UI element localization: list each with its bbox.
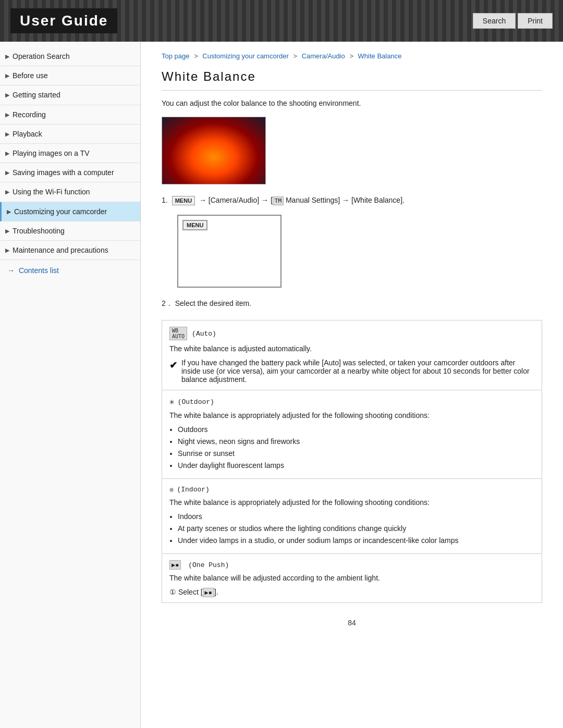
- sidebar-item-getting-started[interactable]: ▶ Getting started: [0, 85, 140, 105]
- arrow-icon: ▶: [5, 246, 9, 254]
- breadcrumb-top[interactable]: Top page: [162, 52, 190, 60]
- sidebar-item-saving-images[interactable]: ▶ Saving images with a computer: [0, 163, 140, 182]
- content-area: Top page > Customizing your camcorder > …: [141, 42, 563, 728]
- step-1-number: 1.: [162, 196, 168, 204]
- indoor-icon: ❊: [169, 485, 174, 494]
- arrow-icon: ▶: [7, 208, 11, 215]
- arrow-icon: ▶: [5, 188, 9, 195]
- option-indoor-text: The white balance is appropriately adjus…: [169, 498, 430, 507]
- sidebar-item-customizing[interactable]: ▶ Customizing your camcorder: [0, 202, 140, 221]
- option-outdoor-title: ✳ (Outdoor): [169, 397, 534, 407]
- breadcrumb-sep: >: [349, 52, 353, 60]
- sidebar-item-recording[interactable]: ▶ Recording: [0, 105, 140, 125]
- option-outdoor-cell: ✳ (Outdoor) The white balance is appropr…: [162, 390, 542, 479]
- sidebar-item-maintenance[interactable]: ▶ Maintenance and precautions: [0, 241, 140, 260]
- outdoor-icon: ✳: [169, 397, 175, 407]
- breadcrumb-white-balance[interactable]: White Balance: [358, 52, 402, 60]
- search-button[interactable]: Search: [473, 13, 516, 29]
- step-1-text: MENU → [Camera/Audio] → [TM Manual Setti…: [172, 196, 405, 205]
- option-auto-text: The white balance is adjusted automatica…: [169, 344, 312, 353]
- arrow-icon: ▶: [5, 227, 9, 235]
- sidebar-label: Playback: [13, 129, 133, 139]
- option-outdoor: ✳ (Outdoor) The white balance is appropr…: [162, 390, 542, 479]
- option-one-push-title: ▶▪ (One Push): [169, 560, 534, 570]
- sidebar-label: Recording: [13, 110, 133, 119]
- page-title: White Balance: [162, 69, 542, 91]
- option-indoor: ❊ (Indoor) The white balance is appropri…: [162, 479, 542, 554]
- sidebar-item-before-use[interactable]: ▶ Before use: [0, 66, 140, 85]
- arrow-icon: ▶: [5, 72, 9, 79]
- sidebar-label: Getting started: [13, 90, 133, 100]
- header-buttons: Search Print: [473, 13, 553, 29]
- option-auto-label: (Auto): [192, 330, 216, 338]
- arrow-icon: ▶: [5, 53, 9, 60]
- sunset-visual: [162, 117, 265, 184]
- contents-list-link[interactable]: → Contents list: [0, 260, 140, 281]
- step-1: 1. MENU → [Camera/Audio] → [TM Manual Se…: [162, 196, 542, 205]
- print-button[interactable]: Print: [518, 13, 553, 29]
- header: User Guide Search Print: [0, 0, 563, 42]
- arrow-icon: ▶: [5, 169, 9, 176]
- option-one-push-select: ① Select [▶▪].: [169, 588, 534, 596]
- sidebar-item-playing-images-tv[interactable]: ▶ Playing images on a TV: [0, 144, 140, 163]
- option-auto-note-block: ✔ If you have changed the battery pack w…: [169, 359, 534, 384]
- sidebar-item-troubleshooting[interactable]: ▶ Troubleshooting: [0, 221, 140, 241]
- wb-auto-icon: WBAUTO: [169, 327, 187, 340]
- arrow-icon: ▶: [5, 130, 9, 138]
- sidebar-label: Saving images with a computer: [13, 168, 133, 177]
- list-item: Under daylight fluorescent lamps: [178, 460, 534, 471]
- list-item: At party scenes or studios where the lig…: [178, 523, 534, 534]
- option-auto: WBAUTO (Auto) The white balance is adjus…: [162, 320, 542, 390]
- sidebar-label: Playing images on a TV: [13, 149, 133, 158]
- option-one-push-label: (One Push): [184, 561, 229, 569]
- option-auto-body: The white balance is adjusted automatica…: [169, 343, 534, 354]
- menu-screen-image: MENU: [177, 215, 282, 288]
- sidebar-item-playback[interactable]: ▶ Playback: [0, 125, 140, 144]
- list-item: Under video lamps in a studio, or under …: [178, 535, 534, 546]
- app-title: User Guide: [10, 8, 117, 33]
- option-outdoor-body: The white balance is appropriately adjus…: [169, 410, 534, 471]
- option-indoor-cell: ❊ (Indoor) The white balance is appropri…: [162, 479, 542, 554]
- arrow-icon: ▶: [5, 91, 9, 98]
- option-one-push-body: The white balance will be adjusted accor…: [169, 573, 534, 584]
- breadcrumb: Top page > Customizing your camcorder > …: [162, 52, 542, 60]
- list-item: Night views, neon signs and fireworks: [178, 436, 534, 447]
- option-indoor-body: The white balance is appropriately adjus…: [169, 497, 534, 546]
- option-one-push-cell: ▶▪ (One Push) The white balance will be …: [162, 554, 542, 603]
- contents-arrow-icon: →: [7, 266, 15, 275]
- main-layout: ▶ Operation Search ▶ Before use ▶ Gettin…: [0, 42, 563, 728]
- option-outdoor-label: (Outdoor): [178, 398, 214, 406]
- menu-btn-label: MENU: [182, 220, 207, 230]
- arrow-icon: ▶: [5, 150, 9, 157]
- option-indoor-label: (Indoor): [177, 486, 209, 493]
- sidebar-label: Using the Wi-Fi function: [13, 187, 133, 196]
- breadcrumb-customizing[interactable]: Customizing your camcorder: [202, 52, 288, 60]
- option-auto-note: If you have changed the battery pack whi…: [181, 359, 534, 384]
- option-outdoor-list: Outdoors Night views, neon signs and fir…: [178, 424, 534, 471]
- step-1-rest: Manual Settings] → [White Balance].: [284, 196, 405, 204]
- option-indoor-title: ❊ (Indoor): [169, 485, 534, 494]
- sidebar-label: Maintenance and precautions: [13, 245, 133, 255]
- contents-list-label: Contents list: [19, 266, 59, 275]
- list-item: Sunrise or sunset: [178, 448, 534, 459]
- options-table: WBAUTO (Auto) The white balance is adjus…: [162, 320, 542, 603]
- sidebar-item-wifi[interactable]: ▶ Using the Wi-Fi function: [0, 182, 140, 202]
- sunset-image: [162, 117, 266, 184]
- arrow-icon: ▶: [5, 111, 9, 118]
- list-item: Indoors: [178, 511, 534, 522]
- sidebar-item-operation-search[interactable]: ▶ Operation Search: [0, 47, 140, 66]
- page-number: 84: [162, 619, 542, 627]
- option-one-push-text: The white balance will be adjusted accor…: [169, 574, 380, 582]
- breadcrumb-camera-audio[interactable]: Camera/Audio: [302, 52, 345, 60]
- option-auto-cell: WBAUTO (Auto) The white balance is adjus…: [162, 320, 542, 390]
- option-one-push-select-text: ① Select [▶▪].: [169, 588, 218, 596]
- sidebar-label: Operation Search: [13, 52, 133, 61]
- breadcrumb-sep: >: [194, 52, 198, 60]
- sidebar-label: Troubleshooting: [13, 226, 133, 236]
- step-2-text: Select the desired item.: [175, 299, 251, 307]
- intro-text: You can adjust the color balance to the …: [162, 99, 542, 107]
- one-push-icon: ▶▪: [169, 560, 181, 570]
- step-2-number: 2．: [162, 299, 173, 307]
- checkmark-icon: ✔: [169, 360, 177, 371]
- sidebar: ▶ Operation Search ▶ Before use ▶ Gettin…: [0, 42, 141, 728]
